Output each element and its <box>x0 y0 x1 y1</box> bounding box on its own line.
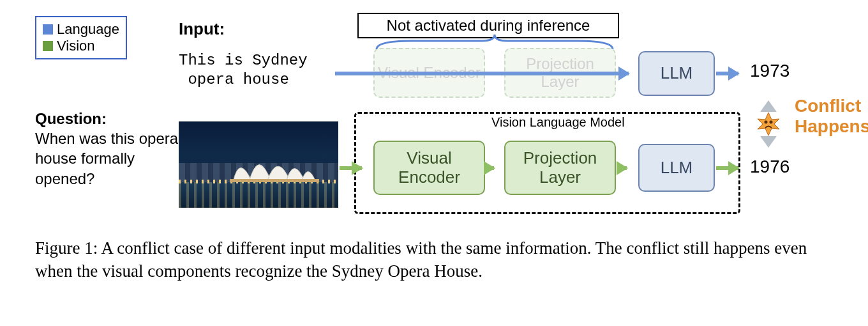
arrow-encoder-to-projection <box>486 166 494 170</box>
caption-text: A conflict case of different input modal… <box>35 238 807 281</box>
conflict-icon <box>749 99 788 151</box>
figure-caption: Figure 1: A conflict case of different i… <box>35 237 833 283</box>
svg-marker-2 <box>760 136 777 148</box>
swatch-vision <box>43 41 53 51</box>
arrow-llm-to-output-green <box>716 166 738 170</box>
input-label: Input: <box>179 19 225 39</box>
output-language-answer: 1973 <box>750 61 789 81</box>
llm-block-top: LLM <box>638 51 715 96</box>
legend-language-label: Language <box>57 21 119 38</box>
svg-point-4 <box>765 121 768 124</box>
legend-vision-label: Vision <box>57 38 95 54</box>
question-block: Question: When was this opera house form… <box>35 109 179 189</box>
legend-row-language: Language <box>43 21 119 38</box>
question-text: When was this opera house formally opene… <box>35 130 178 187</box>
svg-rect-0 <box>230 179 319 182</box>
text-input: This is Sydney opera house <box>179 51 308 89</box>
projection-layer-block: Projection Layer <box>504 141 616 195</box>
svg-marker-1 <box>760 100 777 112</box>
arrow-image-to-encoder <box>340 166 362 170</box>
svg-point-5 <box>770 121 773 124</box>
legend-row-vision: Vision <box>43 38 119 54</box>
arrow-llm-to-output-blue <box>716 72 738 75</box>
vlm-frame-label: Vision Language Model <box>491 115 625 130</box>
legend-box: Language Vision <box>35 16 127 59</box>
conflict-label: ConflictHappens <box>795 96 868 137</box>
sydney-opera-image <box>179 121 338 208</box>
arrow-projection-to-llm <box>617 166 627 170</box>
visual-encoder-block: Visual Encoder <box>373 141 485 195</box>
caption-prefix: Figure 1: <box>35 238 101 258</box>
output-vision-answer: 1976 <box>750 157 789 177</box>
arrow-text-to-llm <box>335 72 629 75</box>
question-heading: Question: <box>35 110 107 127</box>
llm-block-bottom: LLM <box>638 144 715 192</box>
swatch-language <box>43 24 53 35</box>
svg-marker-3 <box>758 113 779 136</box>
